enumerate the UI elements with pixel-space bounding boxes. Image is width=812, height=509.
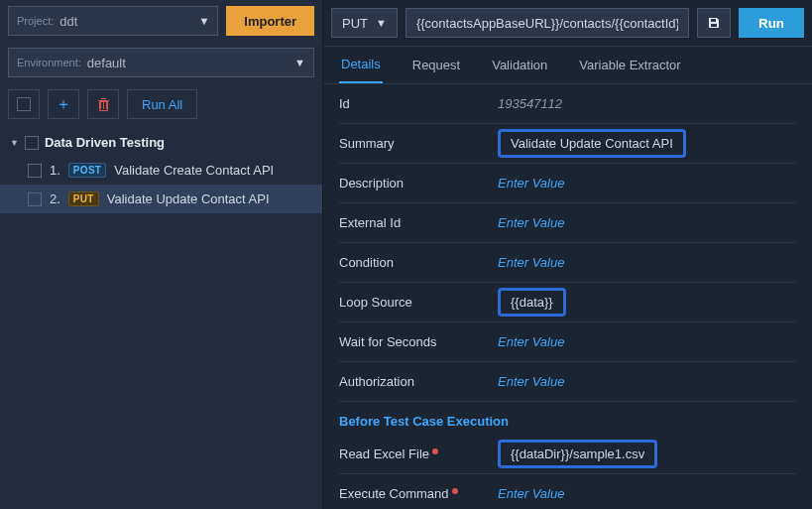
method-badge: PUT: [68, 191, 99, 206]
test-tree: ▼ Data Driven Testing 1. POST Validate C…: [0, 125, 322, 509]
summary-input[interactable]: Validate Update Contact API: [498, 129, 686, 158]
method-badge: POST: [68, 163, 106, 178]
chevron-down-icon: ▼: [198, 15, 209, 27]
description-input[interactable]: Enter Value: [498, 176, 796, 191]
label-summary: Summary: [339, 136, 498, 151]
label-loop-source: Loop Source: [339, 295, 498, 310]
trash-icon: [97, 97, 110, 111]
row-read-excel: Read Excel File {{dataDir}}/sample1.csv: [339, 435, 796, 474]
exec-cmd-input[interactable]: Enter Value: [498, 486, 796, 501]
tab-validation[interactable]: Validation: [490, 48, 549, 82]
authorization-input[interactable]: Enter Value: [498, 374, 796, 389]
plus-icon: ＋: [56, 94, 71, 115]
item-title: Validate Update Contact API: [107, 191, 270, 206]
chevron-down-icon: ▼: [294, 57, 305, 68]
project-select[interactable]: Project: ddt ▼: [8, 6, 218, 36]
condition-input[interactable]: Enter Value: [498, 255, 796, 270]
item-index: 1.: [50, 163, 60, 178]
tab-request[interactable]: Request: [410, 48, 462, 82]
row-description: Description Enter Value: [339, 164, 796, 203]
read-excel-input[interactable]: {{dataDir}}/sample1.csv: [498, 440, 657, 468]
label-description: Description: [339, 176, 498, 191]
tree-item-2[interactable]: 2. PUT Validate Update Contact API: [0, 185, 322, 213]
environment-row: Environment: default ▼: [0, 42, 322, 83]
tab-details[interactable]: Details: [339, 47, 383, 83]
value-summary[interactable]: Validate Update Contact API: [498, 129, 796, 158]
environment-label: Environment:: [17, 57, 81, 68]
method-value: PUT: [342, 16, 368, 31]
label-external-id: External Id: [339, 215, 498, 230]
row-id: Id 193547112: [339, 84, 796, 124]
url-input[interactable]: [406, 8, 689, 38]
item-index: 2.: [50, 191, 60, 206]
row-external-id: External Id Enter Value: [339, 203, 796, 243]
value-id: 193547112: [498, 96, 796, 111]
save-button[interactable]: [697, 8, 731, 38]
label-authorization: Authorization: [339, 374, 498, 389]
row-authorization: Authorization Enter Value: [339, 362, 796, 402]
save-icon: [707, 16, 721, 30]
select-all-checkbox[interactable]: [8, 89, 40, 119]
row-condition: Condition Enter Value: [339, 243, 796, 283]
value-loop-source[interactable]: {{data}}: [498, 288, 796, 317]
environment-select[interactable]: Environment: default ▼: [8, 48, 314, 77]
project-row: Project: ddt ▼ Importer: [0, 0, 322, 42]
chevron-down-icon: ▼: [376, 17, 387, 29]
request-bar: PUT ▼ Run: [323, 0, 812, 47]
section-before-exec: Before Test Case Execution: [339, 402, 796, 435]
environment-value: default: [87, 56, 294, 70]
folder-label: Data Driven Testing: [45, 135, 165, 150]
add-button[interactable]: ＋: [48, 89, 79, 119]
tree-item-1[interactable]: 1. POST Validate Create Contact API: [0, 156, 322, 185]
run-button[interactable]: Run: [739, 8, 804, 38]
label-read-excel: Read Excel File: [339, 446, 498, 461]
label-condition: Condition: [339, 255, 498, 270]
tab-variable-extractor[interactable]: Variable Extractor: [577, 48, 682, 82]
caret-down-icon: ▼: [10, 138, 19, 148]
left-panel: Project: ddt ▼ Importer Environment: def…: [0, 0, 323, 509]
checkbox-icon[interactable]: [25, 136, 39, 150]
row-loop-source: Loop Source {{data}}: [339, 283, 796, 322]
row-summary: Summary Validate Update Contact API: [339, 124, 796, 164]
right-panel: PUT ▼ Run Details Request Validation Var…: [323, 0, 812, 509]
importer-button[interactable]: Importer: [226, 6, 314, 36]
tree-folder[interactable]: ▼ Data Driven Testing: [0, 129, 322, 156]
value-read-excel[interactable]: {{dataDir}}/sample1.csv: [498, 440, 796, 468]
item-title: Validate Create Contact API: [114, 163, 274, 178]
run-all-button[interactable]: Run All: [127, 89, 197, 119]
project-label: Project:: [17, 15, 54, 27]
tab-bar: Details Request Validation Variable Extr…: [323, 47, 812, 84]
external-id-input[interactable]: Enter Value: [498, 215, 796, 230]
checkbox-icon[interactable]: [28, 164, 42, 178]
project-value: ddt: [59, 14, 198, 29]
row-wait: Wait for Seconds Enter Value: [339, 322, 796, 362]
label-wait: Wait for Seconds: [339, 334, 498, 349]
tree-toolbar: ＋ Run All: [0, 83, 322, 125]
method-select[interactable]: PUT ▼: [331, 8, 398, 38]
delete-button[interactable]: [87, 89, 119, 119]
row-exec-cmd: Execute Command Enter Value: [339, 474, 796, 509]
checkbox-icon[interactable]: [28, 192, 42, 206]
loop-source-input[interactable]: {{data}}: [498, 288, 566, 317]
details-form: Id 193547112 Summary Validate Update Con…: [323, 84, 812, 509]
label-id: Id: [339, 96, 498, 111]
wait-input[interactable]: Enter Value: [498, 334, 796, 349]
checkbox-icon: [17, 97, 31, 111]
label-exec-cmd: Execute Command: [339, 486, 498, 501]
